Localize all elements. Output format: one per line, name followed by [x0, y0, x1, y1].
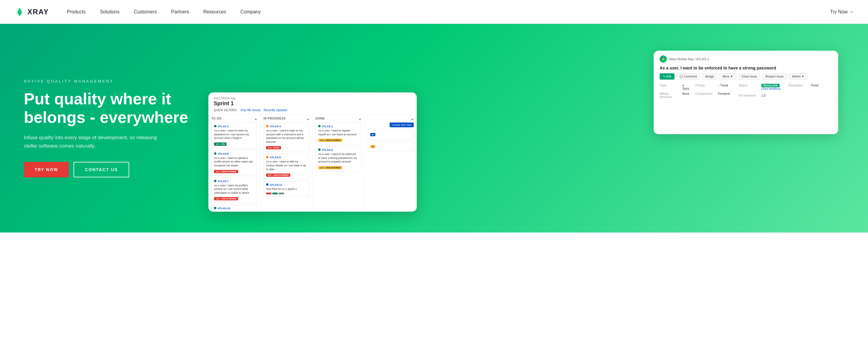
inprogress-column: + In Progress ATLAS-4 As a user, I want …	[260, 114, 313, 210]
dot-icon	[214, 125, 216, 127]
board-card: ATLAS-6 As a user, I want to upload a pr…	[211, 150, 257, 175]
resolution-label: Resolution:	[788, 84, 809, 92]
extra-add-icon[interactable]: +	[411, 117, 414, 121]
card-text: As a user, I want to register myself so …	[318, 129, 359, 136]
assign-button[interactable]: Assign	[702, 73, 717, 80]
hero-section: NATIVE QUALITY MANAGEMENT Put quality wh…	[0, 24, 868, 232]
board-card: ATLAS-4 As a user, I want to login to my…	[264, 122, 309, 152]
hero-title: Put quality where it belongs - everywher…	[24, 89, 196, 127]
card-tag: ■	[370, 145, 375, 148]
logo-text: XRAY	[27, 8, 49, 16]
hero-subtitle: NATIVE QUALITY MANAGEMENT	[24, 79, 196, 83]
card-text: As a user, I want to edit my contact det…	[266, 160, 307, 171]
quick-filters-label: QUICK FILTERS:	[214, 109, 237, 112]
card-id: ATLAS-13	[214, 207, 254, 210]
priority-label: Priority:	[695, 84, 716, 90]
affects-label: Affects Version/s:	[660, 92, 680, 99]
issue-details-left: Type: ● Story Priority: ↓ Trivial Affect…	[660, 84, 730, 99]
issue-detail-card: ⚡ Atlas Mobile App / ATLAS-2 As a user, …	[654, 51, 838, 134]
inprogress-add-icon[interactable]: +	[307, 117, 309, 121]
issue-title: As a user, I want to be enforced to have…	[660, 65, 832, 71]
nav-item-resources[interactable]: Resources	[203, 9, 226, 15]
status-label: Status:	[739, 84, 760, 92]
board-card: ATLAS-2 As a user, I want to be enforced…	[315, 146, 361, 172]
create-test-button[interactable]: Create new Test	[390, 122, 414, 127]
affects-value: None	[682, 92, 689, 99]
comment-button[interactable]: 💬 Comment	[676, 73, 700, 80]
nav-item-products[interactable]: Products	[67, 9, 86, 15]
todo-add-icon[interactable]: +	[254, 117, 257, 121]
try-now-nav-link[interactable]: Try Now →	[830, 9, 854, 15]
card-id: ATLAS-6	[214, 152, 254, 155]
nav-item-company[interactable]: Company	[241, 9, 261, 15]
more-button[interactable]: More ▼	[719, 73, 736, 80]
dot-icon	[214, 152, 216, 155]
board-card: ■	[368, 142, 414, 152]
try-now-button[interactable]: TRY NOW	[24, 162, 69, 177]
board-card: ■	[368, 130, 414, 140]
hero-buttons: TRY NOW CONTACT US	[24, 162, 196, 177]
card-id: ATLAS-1	[318, 125, 359, 128]
resolution-value: Fixed	[811, 84, 818, 92]
card-tag: 1.0 - HIGH	[266, 146, 281, 149]
type-label: Type:	[660, 84, 680, 90]
dot-icon	[318, 125, 320, 127]
fix-value: 1.0	[762, 94, 766, 99]
contact-us-button[interactable]: CONTACT US	[73, 162, 129, 177]
card-text: Test Plan for v1.0 Sprint 1	[266, 187, 307, 191]
filter-recently-updated[interactable]: Recently Updated	[264, 109, 287, 112]
navbar: XRAY Products Solutions Customers Partne…	[0, 0, 868, 24]
logo[interactable]: XRAY	[14, 6, 49, 17]
card-tag: ■	[370, 133, 375, 136]
view-workflow-link[interactable]: (View Workflow)	[762, 87, 781, 90]
status-badge: RESOLVED	[762, 84, 780, 87]
nav-links: Products Solutions Customers Partners Re…	[67, 9, 830, 15]
nav-item-solutions[interactable]: Solutions	[100, 9, 120, 15]
todo-header: + To Do	[211, 117, 257, 120]
issue-actions: ✎ Edit 💬 Comment Assign More ▼ Close Iss…	[660, 73, 832, 80]
card-id: ATLAS-4	[266, 125, 307, 128]
nav-item-partners[interactable]: Partners	[171, 9, 189, 15]
card-id: ATLAS-11	[266, 183, 307, 186]
close-issue-button[interactable]: Close Issue	[738, 73, 760, 80]
board-card: ATLAS-11 Test Plan for v1.0 Sprint 1	[264, 181, 309, 197]
card-id: ATLAS-5	[266, 156, 307, 159]
dot-icon	[318, 148, 320, 151]
app-name: Atlas Mobile App	[214, 96, 411, 100]
board-card: ATLAS-1 As a user, I want to reset my pa…	[211, 122, 257, 148]
done-add-icon[interactable]: +	[359, 117, 361, 121]
dot-icon	[266, 125, 269, 127]
card-tag: 1.0 - UNCOVERED	[266, 173, 290, 177]
filter-my-issues[interactable]: Only My Issues	[240, 109, 260, 112]
dot-icon	[214, 207, 216, 209]
components-value: Frontend	[718, 92, 730, 99]
admin-button[interactable]: Admin ▼	[789, 73, 808, 80]
quick-filters: QUICK FILTERS: Only My Issues Recently U…	[214, 109, 411, 112]
status-value: RESOLVED (View Workflow)	[762, 84, 782, 92]
card-text: As a user, I want to be enforced to have…	[318, 152, 359, 164]
board-card: ATLAS-7 As a user, I want my profile's p…	[211, 177, 257, 203]
sprint-board-card: Atlas Mobile App Sprint 1 QUICK FILTERS:…	[208, 92, 417, 212]
xray-logo-icon	[14, 6, 25, 17]
issue-details-right: Status: RESOLVED (View Workflow) Resolut…	[739, 84, 832, 99]
done-header: + Done	[315, 117, 361, 120]
breadcrumb: Atlas Mobile App / ATLAS-2	[669, 57, 709, 61]
board-card: ATLAS-5 As a user, I want to edit my con…	[264, 154, 309, 179]
reopen-issue-button[interactable]: Reopen Issue	[762, 73, 787, 80]
card-text: As a user, I want to upload a profile pi…	[214, 156, 254, 168]
components-label: Components:	[695, 92, 716, 99]
extra-column: + Create new Test ■ ■	[365, 114, 417, 210]
card-front-header: Atlas Mobile App Sprint 1 QUICK FILTERS:…	[208, 92, 417, 114]
card-id: ATLAS-2	[318, 148, 359, 151]
hero-description: Infuse quality into every stage of devel…	[24, 134, 161, 150]
card-id: ATLAS-7	[214, 180, 254, 183]
board-card: ATLAS-1 As a user, I want to register my…	[315, 122, 361, 144]
hero-images: ⚡ Atlas Mobile App / ATLAS-2 As a user, …	[208, 45, 844, 212]
done-column: + Done ATLAS-1 As a user, I want to regi…	[313, 114, 365, 210]
card-tag: 1.0 - UNCOVERED	[214, 197, 238, 200]
nav-item-customers[interactable]: Customers	[134, 9, 157, 15]
extra-header: +	[368, 117, 414, 120]
app-icon: ⚡	[660, 55, 667, 63]
card-tag: 1.0 - UNCOVERED	[318, 166, 342, 169]
edit-button[interactable]: ✎ Edit	[660, 73, 675, 80]
